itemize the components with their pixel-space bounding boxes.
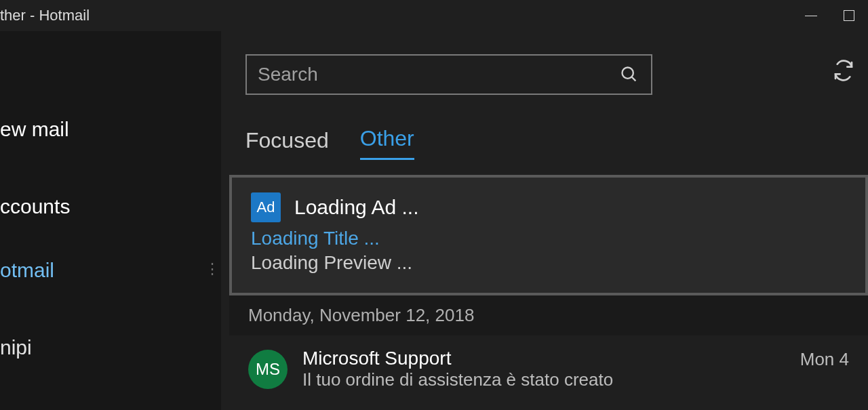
ad-badge: Ad xyxy=(251,192,281,222)
main-content: ew mail ccounts otmail ⋮ nipi xyxy=(0,31,868,410)
sync-button[interactable] xyxy=(833,60,854,87)
ad-card[interactable]: Ad Loading Ad ... Loading Title ... Load… xyxy=(229,175,868,295)
inbox-tabs: Focused Other xyxy=(245,122,414,160)
message-text: Microsoft Support Il tuo ordine di assis… xyxy=(302,348,785,390)
message-time: Mon 4 xyxy=(800,349,849,390)
maximize-button[interactable] xyxy=(830,0,868,31)
search-input[interactable] xyxy=(258,64,610,85)
avatar: MS xyxy=(248,350,288,389)
sidebar: ew mail ccounts otmail ⋮ nipi xyxy=(0,31,221,410)
minimize-button[interactable] xyxy=(792,0,830,31)
message-sender: Microsoft Support xyxy=(302,348,785,369)
svg-point-0 xyxy=(623,68,633,79)
accounts-heading: ccounts xyxy=(0,188,221,225)
search-box[interactable] xyxy=(245,54,652,95)
message-list: Ad Loading Ad ... Loading Title ... Load… xyxy=(229,175,868,410)
search-icon[interactable] xyxy=(618,64,640,85)
sidebar-folder[interactable]: nipi xyxy=(0,329,221,366)
title-bar: ther - Hotmail xyxy=(0,0,868,31)
tab-focused[interactable]: Focused xyxy=(245,128,329,160)
search-row xyxy=(245,54,868,95)
ad-preview: Loading Preview ... xyxy=(251,252,846,274)
ad-title: Loading Title ... xyxy=(251,228,846,249)
vertical-ellipsis-icon: ⋮ xyxy=(205,260,221,278)
message-subject: Il tuo ordine di assistenza è stato crea… xyxy=(302,369,785,390)
refresh-icon xyxy=(833,60,854,81)
ad-loading-label: Loading Ad ... xyxy=(294,196,419,219)
window-caption-controls xyxy=(792,0,868,31)
svg-line-1 xyxy=(632,77,636,81)
sidebar-account-hotmail[interactable]: otmail ⋮ xyxy=(0,252,221,289)
window-title: ther - Hotmail xyxy=(0,7,90,24)
message-item[interactable]: MS Microsoft Support Il tuo ordine di as… xyxy=(229,335,868,390)
date-group-header: Monday, November 12, 2018 xyxy=(229,295,868,335)
message-panel: Focused Other Ad Loading Ad ... Loading … xyxy=(221,31,868,410)
sidebar-account-label: otmail xyxy=(0,259,54,281)
ad-header: Ad Loading Ad ... xyxy=(251,192,846,222)
tab-other[interactable]: Other xyxy=(360,126,414,160)
new-mail-button[interactable]: ew mail xyxy=(0,111,221,148)
